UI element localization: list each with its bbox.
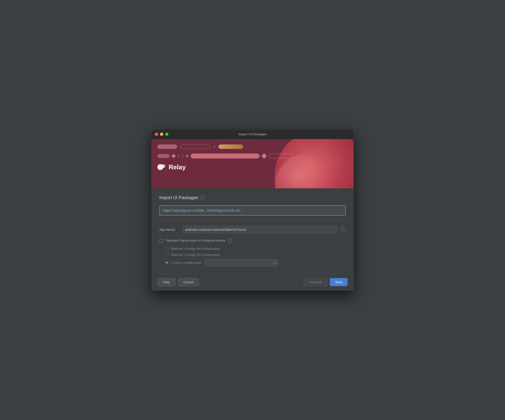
maximize-button[interactable] [165, 133, 168, 136]
close-button[interactable] [155, 133, 158, 136]
figma-url-input[interactable] [163, 209, 342, 212]
banner-row-1: / [157, 144, 348, 150]
translate-row[interactable]: Translate Figma styles to Compose theme … [159, 238, 346, 243]
banner: / [ ] Relay [151, 139, 354, 188]
folder-browse-icon[interactable]: 🗂 [273, 261, 276, 265]
deco-long-pill [191, 154, 260, 158]
cancel-button[interactable]: Cancel [178, 278, 199, 286]
deco-outline-pill [269, 154, 293, 158]
radio-options-group: Material 3 Design Kit configuration Mate… [159, 247, 346, 266]
svg-point-1 [161, 164, 165, 168]
radio-row-material2[interactable]: Material 2 Design Kit configuration [165, 253, 346, 257]
deco-small-pill [157, 154, 170, 158]
deco-diamond-small [172, 154, 176, 158]
minimize-button[interactable] [160, 133, 163, 136]
deco-pill-outline [180, 144, 210, 149]
custom-config-input-wrap: 🗂 [205, 259, 279, 266]
deco-pill-gradient [218, 144, 243, 149]
footer-left-actions: Help Cancel [157, 278, 199, 286]
import-ui-packages-window: Import UI Packages / [ ] [151, 130, 354, 291]
deco-brackets-icon: [ ] [178, 154, 184, 158]
banner-decorations: / [ ] Relay [157, 144, 348, 171]
relay-logo-icon [157, 164, 166, 171]
translate-checkbox[interactable] [159, 239, 163, 242]
radio-material2[interactable] [165, 253, 169, 256]
window-controls [155, 133, 168, 136]
next-button[interactable]: Next [330, 278, 348, 286]
section-help-icon[interactable]: ? [200, 195, 205, 200]
main-content: Import UI Packages ? App theme: ? Transl… [151, 188, 354, 273]
previous-button[interactable]: Previous [304, 278, 327, 286]
footer-right-actions: Previous Next [304, 278, 348, 286]
translate-help-icon[interactable]: ? [227, 238, 232, 243]
radio-material3[interactable] [165, 247, 169, 250]
translate-label: Translate Figma styles to Compose theme … [165, 238, 232, 243]
section-title-row: Import UI Packages ? [159, 195, 346, 200]
window-title: Import UI Packages [238, 132, 267, 136]
custom-config-input[interactable] [207, 261, 272, 264]
radio-row-material3[interactable]: Material 3 Design Kit configuration [165, 247, 346, 250]
divider [159, 221, 346, 221]
radio-material3-label: Material 3 Design Kit configuration [171, 247, 220, 250]
radio-custom-label: Custom configuration: [171, 261, 202, 264]
radio-custom[interactable] [165, 261, 169, 264]
app-theme-label: App theme: [159, 228, 179, 231]
title-bar: Import UI Packages [151, 130, 354, 139]
deco-slash-icon: / [213, 144, 216, 150]
radio-row-custom[interactable]: Custom configuration: 🗂 [165, 259, 346, 266]
help-button[interactable]: Help [157, 278, 175, 286]
radio-material2-label: Material 2 Design Kit configuration [171, 253, 220, 257]
banner-row-2: [ ] [157, 154, 348, 158]
app-theme-help-icon[interactable]: ? [341, 227, 346, 232]
section-title-text: Import UI Packages [159, 195, 198, 200]
deco-pill-1 [157, 144, 177, 149]
deco-diamond-large [261, 153, 267, 159]
relay-logo: Relay [157, 163, 348, 171]
url-input-container[interactable] [159, 205, 346, 216]
relay-label: Relay [169, 163, 186, 171]
deco-square [186, 155, 188, 157]
app-theme-row: App theme: ? [159, 226, 346, 233]
footer: Help Cancel Previous Next [151, 273, 354, 291]
app-theme-input[interactable] [182, 226, 337, 233]
